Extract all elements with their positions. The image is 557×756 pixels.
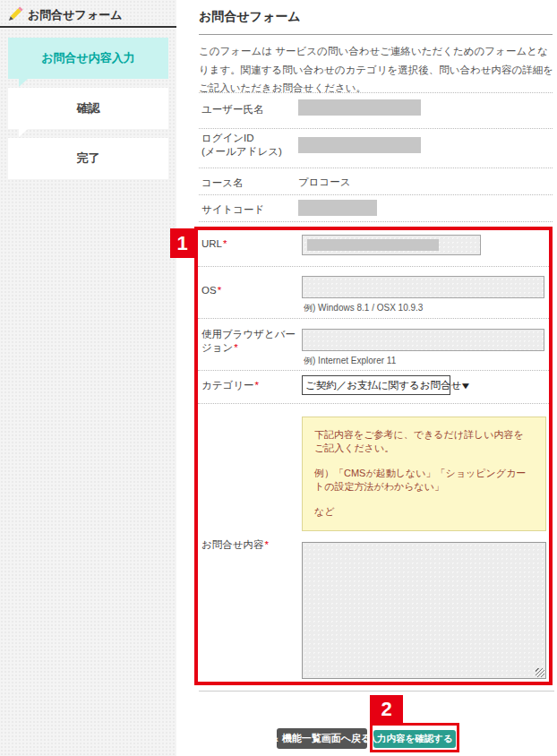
category-select[interactable]: ご契約／お支払に関するお問合せ ▼ — [302, 375, 450, 395]
back-button-label: 機能一覧画面へ戻る — [282, 732, 372, 745]
url-label: URL* — [201, 238, 227, 249]
step-label-input: お問合せ内容入力 — [41, 50, 135, 66]
step-item-input: お問合せ内容入力 — [8, 38, 168, 79]
required-mark: * — [218, 285, 221, 296]
browser-label-text: 使用ブラウザとバージョン — [201, 329, 296, 353]
pencil-icon — [7, 5, 24, 22]
contact-form-page: お問合せフォーム お問合せ内容入力 確認 完了 お問合せフォーム このフォームは… — [0, 0, 557, 756]
annotation-label-1: 1 — [170, 228, 194, 258]
inquiry-label-text: お問合せ内容 — [201, 539, 264, 550]
divider — [198, 318, 549, 319]
loginid-label-line1: ログインID — [201, 133, 254, 143]
annotation-label-2: 2 — [370, 695, 403, 723]
url-value-redacted — [307, 239, 439, 251]
note-line: 下記内容をご参考に、できるだけ詳しい内容をご記入ください。 — [314, 428, 534, 456]
course-value: プロコース — [298, 176, 351, 189]
form-description: このフォームは サービスの問い合わせご連絡いただくためのフォームとなります。関連… — [199, 42, 555, 98]
url-label-text: URL — [201, 238, 222, 249]
chevron-down-icon: ▼ — [460, 381, 472, 391]
category-selected-value: ご契約／お支払に関するお問合せ — [305, 379, 461, 392]
loginid-label-line2: (メールアドレス) — [201, 146, 282, 157]
required-mark: * — [234, 342, 237, 353]
divider — [199, 92, 553, 93]
course-label: コース名 — [201, 176, 244, 190]
step-list: お問合せ内容入力 確認 完了 — [0, 28, 176, 179]
browser-label: 使用ブラウザとバージョン* — [201, 328, 302, 355]
step-item-confirm: 確認 — [8, 88, 168, 129]
divider — [199, 691, 554, 692]
os-label-text: OS — [201, 285, 217, 296]
page-title: お問合せフォーム — [199, 9, 553, 35]
url-input[interactable] — [302, 235, 481, 255]
double-chevron-right-icon: » — [457, 734, 462, 744]
double-chevron-left-icon: « — [273, 734, 278, 744]
sitecode-label: サイトコード — [201, 203, 264, 217]
required-mark: * — [255, 380, 259, 391]
loginid-value-redacted — [298, 137, 421, 153]
required-mark: * — [223, 238, 227, 249]
os-hint: 例) Windows 8.1 / OSX 10.9.3 — [304, 302, 423, 314]
divider — [198, 266, 549, 267]
note-line: など — [314, 505, 534, 519]
category-label-text: カテゴリー — [201, 380, 254, 391]
step-label-confirm: 確認 — [77, 100, 100, 116]
main-content: お問合せフォーム このフォームは サービスの問い合わせご連絡いただくためのフォー… — [176, 0, 557, 756]
os-input[interactable] — [302, 276, 544, 298]
username-label: ユーザー氏名 — [201, 103, 264, 116]
sidebar-title: お問合せフォーム — [28, 7, 123, 23]
inquiry-textarea[interactable] — [302, 542, 546, 679]
browser-hint: 例) Internet Explorer 11 — [304, 355, 396, 367]
os-label: OS* — [201, 285, 221, 296]
inquiry-guide-note: 下記内容をご参考に、できるだけ詳しい内容をご記入ください。 例）「CMSが起動し… — [302, 417, 546, 531]
sidebar-header: お問合せフォーム — [0, 0, 176, 28]
divider — [199, 194, 553, 195]
submit-button[interactable]: 入力内容を確認する » — [373, 730, 456, 748]
back-button[interactable]: « 機能一覧画面へ戻る — [277, 728, 367, 749]
divider — [198, 403, 549, 404]
divider — [198, 370, 549, 371]
browser-input[interactable] — [302, 329, 544, 351]
sitecode-value-redacted — [298, 200, 377, 216]
divider — [199, 128, 553, 129]
inquiry-label: お問合せ内容* — [201, 538, 269, 552]
divider — [199, 221, 553, 222]
divider — [199, 168, 553, 168]
resize-handle-icon[interactable] — [536, 668, 544, 677]
username-value-redacted — [298, 99, 421, 116]
step-item-done: 完了 — [8, 138, 168, 179]
required-mark: * — [265, 539, 269, 550]
step-label-done: 完了 — [77, 150, 100, 167]
category-label: カテゴリー* — [201, 379, 259, 392]
submit-button-label: 入力内容を確認する — [367, 733, 452, 745]
note-line: 例）「CMSが起動しない」「ショッピングカートの設定方法がわからない」 — [314, 467, 534, 494]
sidebar: お問合せフォーム お問合せ内容入力 確認 完了 — [0, 0, 176, 756]
loginid-label: ログインID (メールアドレス) — [201, 132, 282, 159]
